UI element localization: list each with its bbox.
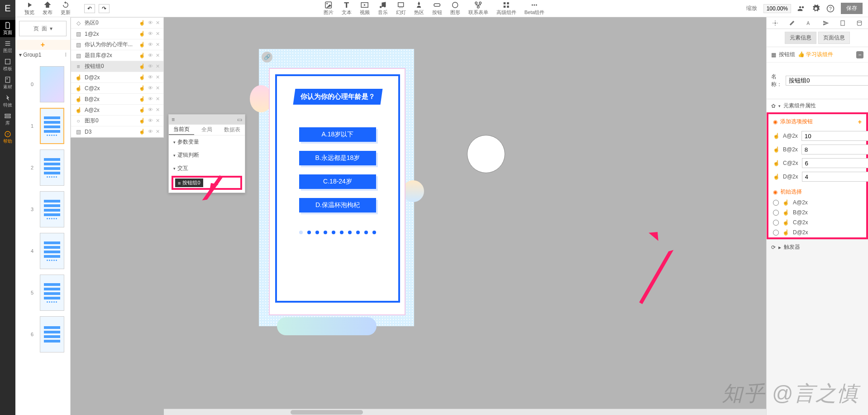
leftbar-effects[interactable]: 特效 — [0, 92, 15, 110]
insert-form[interactable]: 联系表单 — [468, 1, 488, 16]
init-radio[interactable] — [773, 210, 779, 216]
rp-tab-send[interactable] — [817, 17, 834, 29]
insert-video[interactable]: 视频 — [360, 1, 370, 16]
layer-row[interactable]: ≡按钮组0☝👁✕ — [71, 61, 163, 72]
eye-icon[interactable]: 👁 — [148, 107, 153, 113]
leftbar-assets[interactable]: 素材 — [0, 74, 15, 92]
layer-row[interactable]: ☝B@2x☝👁✕ — [71, 94, 163, 105]
hand-icon[interactable]: ☝ — [139, 42, 145, 48]
eye-icon[interactable]: 👁 — [148, 42, 153, 48]
horizontal-scrollbar[interactable] — [164, 409, 766, 415]
leftbar-help[interactable]: ?帮助 — [0, 129, 15, 146]
update-button[interactable]: 更新 — [61, 1, 71, 16]
init-radio[interactable] — [773, 200, 779, 206]
collapse-button[interactable]: − — [856, 51, 863, 58]
help-icon[interactable]: ? — [826, 5, 835, 13]
close-icon[interactable]: ✕ — [156, 53, 160, 58]
page-thumb-3[interactable] — [40, 191, 64, 227]
section-interaction[interactable]: ▾交互 — [169, 162, 245, 175]
artboard[interactable]: 🔗 你认为你的心理年龄是？ A.18岁以下 B.永远都是18岁 C.18-24岁… — [259, 49, 414, 326]
tab-current-page[interactable]: 当前页 — [169, 125, 194, 135]
option-b[interactable]: B.永远都是18岁 — [299, 151, 376, 165]
hamburger-icon[interactable]: ≡ — [172, 116, 175, 123]
eye-icon[interactable]: 👁 — [148, 74, 153, 80]
close-icon[interactable]: ✕ — [156, 42, 160, 48]
option-value-input[interactable] — [801, 145, 868, 154]
close-icon[interactable]: ✕ — [156, 129, 160, 135]
rp-tab-db[interactable] — [851, 17, 868, 29]
insert-image[interactable]: 图片 — [324, 1, 334, 16]
gear-icon[interactable] — [812, 5, 820, 13]
zoom-value[interactable]: 100.00% — [763, 4, 791, 13]
hand-icon[interactable]: ☝ — [139, 63, 145, 69]
eye-icon[interactable]: 👁 — [148, 129, 153, 135]
page-thumb-5[interactable] — [40, 275, 64, 311]
close-icon[interactable]: ✕ — [156, 118, 160, 124]
layer-row[interactable]: ☝C@2x☝👁✕ — [71, 83, 163, 94]
rp-tab-clip[interactable] — [834, 17, 851, 29]
add-page-button[interactable]: + — [15, 40, 70, 50]
close-icon[interactable]: ✕ — [156, 31, 160, 37]
leftbar-pages[interactable]: 页面 — [0, 20, 15, 37]
page-thumb-1[interactable] — [40, 108, 64, 144]
hand-icon[interactable]: ☝ — [139, 129, 145, 135]
close-icon[interactable]: ✕ — [156, 74, 160, 80]
eye-icon[interactable]: 👁 — [148, 31, 153, 37]
eye-icon[interactable]: 👁 — [148, 63, 153, 69]
section-params[interactable]: ▾参数变量 — [169, 135, 245, 149]
insert-music[interactable]: 音乐 — [378, 1, 388, 16]
preview-button[interactable]: 预览 — [24, 1, 34, 16]
insert-advanced[interactable]: 高级组件 — [496, 1, 516, 16]
init-radio[interactable] — [773, 230, 779, 236]
group-header[interactable]: ▾ Group1I — [15, 50, 70, 60]
eye-icon[interactable]: 👁 — [148, 53, 153, 58]
redo-button[interactable]: ↷ — [99, 4, 110, 13]
undo-button[interactable]: ↶ — [84, 4, 95, 13]
insert-hotzone[interactable]: 热区 — [414, 1, 424, 16]
close-icon[interactable]: ✕ — [156, 63, 160, 69]
option-value-input[interactable] — [802, 172, 868, 182]
page-thumb-4[interactable] — [40, 233, 64, 269]
hand-icon[interactable]: ☝ — [139, 74, 145, 80]
tab-data[interactable]: 数据表 — [219, 125, 245, 135]
trigger-section[interactable]: ⟳▸触发器 — [767, 239, 868, 255]
tab-global[interactable]: 全局 — [194, 125, 219, 135]
eye-icon[interactable]: 👁 — [148, 96, 153, 102]
layer-row[interactable]: ◇热区0☝👁✕ — [71, 18, 163, 29]
hand-icon[interactable]: ☝ — [139, 85, 145, 91]
layer-row[interactable]: ▧题目库@2x☝👁✕ — [71, 50, 163, 61]
circle-shape[interactable] — [467, 135, 505, 173]
insert-text[interactable]: 文本 — [342, 1, 352, 16]
insert-shape[interactable]: 图形 — [450, 1, 460, 16]
publish-button[interactable]: 发布 — [43, 1, 52, 16]
eye-icon[interactable]: 👁 — [148, 118, 153, 124]
layer-row[interactable]: ☝A@2x☝👁✕ — [71, 105, 163, 116]
minimize-icon[interactable]: ▭ — [237, 116, 242, 123]
brand-logo[interactable]: E — [0, 0, 15, 17]
save-button[interactable]: 保存 — [841, 3, 863, 14]
insert-button[interactable]: 按钮 — [432, 1, 442, 16]
close-icon[interactable]: ✕ — [156, 85, 160, 91]
close-icon[interactable]: ✕ — [156, 96, 160, 102]
option-value-input[interactable] — [802, 158, 868, 168]
button-group-pill[interactable]: ≡ 按钮组0 — [175, 179, 203, 187]
add-option-button[interactable]: + — [858, 118, 862, 125]
close-icon[interactable]: ✕ — [156, 20, 160, 26]
layer-row[interactable]: ▧1@2x☝👁✕ — [71, 29, 163, 39]
option-d[interactable]: D.保温杯泡枸杞 — [299, 198, 376, 212]
option-a[interactable]: A.18岁以下 — [299, 127, 376, 142]
link-icon[interactable]: 🔗 — [262, 52, 272, 63]
rp-tab-edit[interactable] — [783, 17, 800, 29]
learn-link[interactable]: 👍 学习该组件 — [798, 51, 833, 58]
layer-row[interactable]: ▧D3☝👁✕ — [71, 126, 163, 137]
leftbar-templates[interactable]: 模板 — [0, 56, 15, 73]
layer-row[interactable]: ☝D@2x☝👁✕ — [71, 72, 163, 83]
layer-row[interactable]: ○图形0☝👁✕ — [71, 116, 163, 126]
eye-icon[interactable]: 👁 — [148, 20, 153, 26]
page-thumb-2[interactable] — [40, 150, 64, 186]
hand-icon[interactable]: ☝ — [139, 53, 145, 58]
section-logic[interactable]: ▾逻辑判断 — [169, 149, 245, 162]
hand-icon[interactable]: ☝ — [139, 118, 145, 124]
leftbar-layers[interactable]: 图层 — [0, 38, 15, 55]
section-props[interactable]: ✿▾元素组件属性 — [767, 99, 868, 112]
